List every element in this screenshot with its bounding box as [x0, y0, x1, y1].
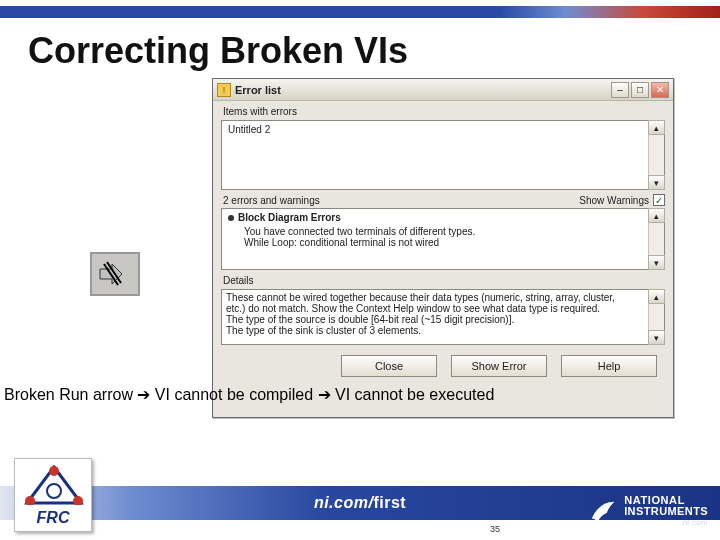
frc-badge: FRC — [14, 458, 92, 532]
scroll-up-icon[interactable]: ▴ — [648, 289, 665, 304]
caption-text: VI cannot be compiled — [150, 386, 317, 403]
help-button[interactable]: Help — [561, 355, 657, 377]
block-diagram-errors-label: Block Diagram Errors — [238, 212, 341, 223]
details-line: etc.) do not match. Show the Context Hel… — [226, 303, 646, 314]
scroll-down-icon[interactable]: ▾ — [648, 330, 665, 345]
scrollbar[interactable]: ▴ ▾ — [648, 290, 664, 344]
caption-text: VI cannot be executed — [331, 386, 495, 403]
arrow-icon: ➔ — [318, 386, 331, 403]
window-icon: ! — [217, 83, 231, 97]
footer-bar: ni.com/first NATIONAL INSTRUMENTS ni.com — [0, 486, 720, 520]
minimize-button[interactable]: – — [611, 82, 629, 98]
slide-title: Correcting Broken VIs — [0, 18, 720, 72]
error-count-label: 2 errors and warnings — [223, 195, 320, 206]
broken-run-arrow-icon — [90, 252, 140, 296]
close-button[interactable]: Close — [341, 355, 437, 377]
svg-point-4 — [49, 466, 59, 476]
error-list-window: ! Error list – □ ✕ Items with errors Unt… — [212, 78, 674, 418]
details-label: Details — [213, 270, 673, 289]
arrow-icon: ➔ — [137, 386, 150, 403]
window-titlebar[interactable]: ! Error list – □ ✕ — [213, 79, 673, 101]
svg-point-6 — [25, 496, 35, 505]
bullet-icon — [228, 215, 234, 221]
frc-label: FRC — [15, 509, 91, 527]
footer-url-path: first — [373, 494, 406, 511]
list-item[interactable]: Untitled 2 — [222, 121, 664, 138]
details-line: These cannot be wired together because t… — [226, 292, 646, 303]
errors-warnings-pane[interactable]: Block Diagram Errors You have connected … — [221, 208, 665, 270]
ni-text-line3: ni.com — [624, 519, 708, 527]
items-with-errors-pane[interactable]: Untitled 2 ▴ ▾ — [221, 120, 665, 190]
details-line: The type of the sink is cluster of 3 ele… — [226, 325, 646, 336]
frc-triangle-icon — [23, 465, 85, 505]
window-title: Error list — [235, 84, 611, 96]
scrollbar[interactable]: ▴ ▾ — [648, 209, 664, 269]
error-line[interactable]: You have connected two terminals of diff… — [222, 226, 664, 237]
item-name: Untitled 2 — [228, 124, 270, 135]
footer-url: ni.com/first — [314, 494, 406, 512]
scroll-down-icon[interactable]: ▾ — [648, 255, 665, 270]
svg-point-5 — [73, 496, 83, 505]
scroll-up-icon[interactable]: ▴ — [648, 120, 665, 135]
page-number: 35 — [490, 524, 500, 534]
top-accent-bar — [0, 0, 720, 18]
slide-caption: Broken Run arrow ➔ VI cannot be compiled… — [0, 385, 494, 404]
warnings-header: 2 errors and warnings Show Warnings ✓ — [213, 190, 673, 208]
details-line: The type of the source is double [64-bit… — [226, 314, 646, 325]
footer-url-domain: ni.com/ — [314, 494, 374, 511]
svg-point-7 — [47, 484, 61, 498]
ni-logo: NATIONAL INSTRUMENTS ni.com — [588, 489, 708, 533]
close-window-button[interactable]: ✕ — [651, 82, 669, 98]
window-button-row: Close Show Error Help — [213, 345, 673, 377]
items-with-errors-label: Items with errors — [213, 101, 673, 120]
scroll-up-icon[interactable]: ▴ — [648, 208, 665, 223]
slide: Correcting Broken VIs ! Error list – □ ✕… — [0, 0, 720, 540]
ni-text-line2: INSTRUMENTS — [624, 506, 708, 517]
show-warnings-label: Show Warnings — [579, 195, 649, 206]
scrollbar[interactable]: ▴ ▾ — [648, 121, 664, 189]
scroll-down-icon[interactable]: ▾ — [648, 175, 665, 190]
caption-text: Broken Run arrow — [4, 386, 137, 403]
details-pane[interactable]: These cannot be wired together because t… — [221, 289, 665, 345]
show-warnings-checkbox[interactable]: ✓ — [653, 194, 665, 206]
errors-group-heading[interactable]: Block Diagram Errors — [222, 209, 664, 226]
show-error-button[interactable]: Show Error — [451, 355, 547, 377]
error-line[interactable]: While Loop: conditional terminal is not … — [222, 237, 664, 248]
footer: ni.com/first NATIONAL INSTRUMENTS ni.com — [0, 478, 720, 540]
slide-content: ! Error list – □ ✕ Items with errors Unt… — [0, 72, 720, 478]
maximize-button[interactable]: □ — [631, 82, 649, 98]
ni-eagle-icon — [588, 496, 618, 526]
